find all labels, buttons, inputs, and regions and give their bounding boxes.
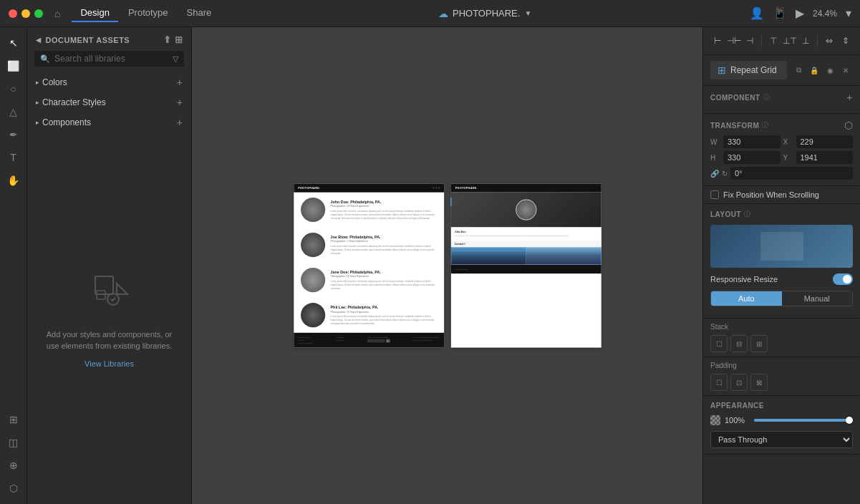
layers-icon[interactable]: ⊞ <box>4 410 24 430</box>
circle-tool-icon[interactable]: ○ <box>4 79 24 99</box>
titlebar: ⌂ Design Prototype Share ☁ PHOTOPHARE. ▼… <box>0 0 860 27</box>
colors-section-header[interactable]: ▸ Colors + <box>34 72 184 92</box>
canvas-area[interactable]: PHOTOPHARE. John Doe: Philadelphia, PA. … <box>192 27 702 504</box>
transform-section: TRANSFORM ⓘ ⬡ W X H Y <box>703 114 860 186</box>
toggle-knob <box>843 275 851 284</box>
tab-design[interactable]: Design <box>72 4 117 22</box>
align-left-edge-button[interactable]: ⊢ <box>710 33 725 49</box>
filter-icon[interactable]: ▽ <box>173 54 178 64</box>
align-center-horizontal-button[interactable]: ⊣⊢ <box>726 33 740 49</box>
text-tool-icon[interactable]: T <box>4 147 24 168</box>
selection-indicator <box>450 251 601 265</box>
device-icon[interactable]: 📱 <box>773 6 787 20</box>
rg-lock-button[interactable]: 🔒 <box>807 63 821 77</box>
width-input[interactable] <box>723 135 781 148</box>
chevron-down-icon[interactable]: ▾ <box>846 6 851 20</box>
view-libraries-link[interactable]: View Libraries <box>84 359 134 368</box>
rg-delete-button[interactable]: ✕ <box>839 63 853 77</box>
collapse-icon[interactable]: ◀ <box>36 37 42 44</box>
character-styles-add-icon[interactable]: + <box>177 97 183 108</box>
repeat-grid-button[interactable]: ⊞ Repeat Grid <box>710 61 787 79</box>
transform-info-icon[interactable]: ⓘ <box>762 121 769 130</box>
hand-tool-icon[interactable]: ✋ <box>4 170 24 190</box>
rg-hide-button[interactable]: ◉ <box>823 63 837 77</box>
component-info-icon[interactable]: ⓘ <box>763 93 770 102</box>
footer-subscribe-button[interactable]: ▶ <box>385 339 390 343</box>
transform-3d-icon[interactable]: ⬡ <box>844 120 854 131</box>
assets-icon[interactable]: ◫ <box>4 432 24 452</box>
auto-resize-button[interactable]: Auto <box>711 291 782 306</box>
triangle-tool-icon[interactable]: △ <box>4 102 24 122</box>
colors-section-title: Colors <box>42 77 174 87</box>
second-mockup-name: John Doe <box>454 231 597 233</box>
character-styles-section-header[interactable]: ▸ Character Styles + <box>34 92 184 112</box>
person-title-0: Photographer: 10 Years Experience <box>330 205 437 208</box>
search-bar: 🔍 ▽ <box>34 51 184 67</box>
assets-title: DOCUMENT ASSETS <box>46 36 130 44</box>
home-icon[interactable]: ⌂ <box>54 8 60 19</box>
user-icon[interactable]: 👤 <box>750 6 764 20</box>
manual-resize-button[interactable]: Manual <box>782 291 853 306</box>
zoom-level[interactable]: 24.4% <box>813 9 837 19</box>
components-add-icon[interactable]: + <box>177 117 183 128</box>
component-section: COMPONENT ⓘ + <box>703 86 860 114</box>
person-bio-1: Lorem ipsum dolor sit amet, consectetur … <box>330 245 437 255</box>
distribute-vertical-button[interactable]: ⇕ <box>839 33 853 49</box>
search-icon[interactable]: ⊕ <box>4 455 24 475</box>
components-section-title: Components <box>42 117 174 127</box>
x-input[interactable] <box>796 135 854 148</box>
tab-prototype[interactable]: Prototype <box>120 4 177 22</box>
minimize-button[interactable] <box>21 9 30 18</box>
height-input[interactable] <box>723 151 781 164</box>
rectangle-tool-icon[interactable]: ⬜ <box>4 56 24 76</box>
footer-logo-text: PHOTOPHARE. <box>298 336 313 339</box>
layout-image-placeholder <box>760 232 803 261</box>
y-input-group: Y <box>783 151 854 164</box>
fix-position-checkbox[interactable] <box>710 190 719 199</box>
aspect-ratio-lock-icon[interactable]: 🔗 <box>710 170 719 178</box>
pen-tool-icon[interactable]: ✒ <box>4 125 24 145</box>
assets-panel: ◀ DOCUMENT ASSETS ⬆ ⊞ 🔍 ▽ ▸ Colors + ▸ <box>27 27 192 504</box>
select-tool-icon[interactable]: ↖ <box>4 33 24 53</box>
tab-share[interactable]: Share <box>178 4 221 22</box>
padding-custom-button[interactable]: ⊠ <box>750 374 768 391</box>
padding-all-button[interactable]: ⊡ <box>730 374 748 391</box>
layout-info-icon[interactable]: ⓘ <box>744 210 750 219</box>
y-input[interactable] <box>796 151 854 164</box>
padding-none-button[interactable]: ☐ <box>710 374 728 391</box>
close-button[interactable] <box>9 9 17 18</box>
search-input[interactable] <box>54 54 168 64</box>
play-icon[interactable]: ▶ <box>796 6 804 20</box>
stack-vertical-button[interactable]: ⊞ <box>750 335 768 352</box>
plugins-icon[interactable]: ⬡ <box>4 478 24 498</box>
cloud-icon: ☁ <box>438 8 448 19</box>
empty-state: Add your styles and components, or use e… <box>27 132 191 504</box>
person-info-3: Phil Lee: Philadelphia, PA. Photographer… <box>330 305 437 325</box>
stack-none-button[interactable]: ☐ <box>710 335 728 352</box>
person-row-1: Joe Blow: Philadelphia, PA. Photographer… <box>294 228 444 263</box>
opacity-value: 100% <box>725 416 750 425</box>
rg-copy-button[interactable]: ⧉ <box>791 63 806 77</box>
person-row-3: Phil Lee: Philadelphia, PA. Photographer… <box>294 298 444 333</box>
website-mockup-2: PHOTOPHARE. John Doe Lorem ipsum dolor s… <box>450 183 601 347</box>
blend-mode-select[interactable]: Pass Through Normal Multiply Screen Over… <box>710 431 853 448</box>
website-header-1: PHOTOPHARE. <box>294 183 444 192</box>
distribute-horizontal-button[interactable]: ⇔ <box>822 33 836 49</box>
header-icon-3 <box>438 188 440 189</box>
scroll-indicator <box>450 198 451 206</box>
rotation-input[interactable] <box>730 167 853 180</box>
align-center-vertical-button[interactable]: ⊥⊤ <box>782 33 796 49</box>
align-top-edge-button[interactable]: ⊤ <box>766 33 781 49</box>
titlebar-right: 👤 📱 ▶ 24.4% ▾ <box>750 6 851 20</box>
components-section-header[interactable]: ▸ Components + <box>34 112 184 132</box>
upload-icon[interactable]: ⬆ <box>163 34 172 45</box>
align-bottom-edge-button[interactable]: ⊥ <box>798 33 813 49</box>
grid-view-icon[interactable]: ⊞ <box>175 34 183 45</box>
opacity-slider[interactable] <box>754 419 853 422</box>
fullscreen-button[interactable] <box>34 9 43 18</box>
stack-horizontal-button[interactable]: ⊟ <box>730 335 748 352</box>
component-add-button[interactable]: + <box>846 92 853 103</box>
align-right-edge-button[interactable]: ⊣ <box>743 33 757 49</box>
responsive-resize-toggle[interactable] <box>833 273 853 285</box>
colors-add-icon[interactable]: + <box>177 77 183 88</box>
